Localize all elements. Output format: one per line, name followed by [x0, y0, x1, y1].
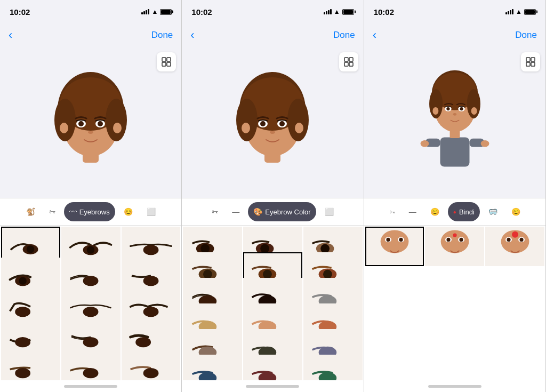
view-toggle-3[interactable]: [521, 52, 540, 71]
view-toggle-2[interactable]: [339, 52, 358, 71]
svg-point-108: [453, 234, 456, 237]
svg-point-13: [78, 121, 84, 126]
svg-point-91: [432, 107, 438, 114]
grid-area-1: [0, 226, 181, 380]
svg-point-48: [260, 121, 266, 126]
svg-point-8: [54, 99, 76, 141]
svg-point-25: [143, 276, 159, 286]
svg-point-32: [15, 368, 31, 378]
status-time-3: 10:02: [374, 7, 394, 17]
svg-point-34: [143, 368, 159, 378]
battery-icon-3: [524, 9, 536, 15]
svg-point-26: [15, 307, 31, 317]
svg-point-24: [83, 276, 99, 286]
svg-point-20: [87, 246, 94, 254]
svg-point-94: [446, 107, 449, 110]
back-button-1[interactable]: ‹: [9, 28, 12, 42]
home-bar-3: [428, 385, 481, 388]
view-toggle-icon-2: [343, 57, 354, 67]
grid-cell-1-13[interactable]: [61, 349, 121, 380]
tab-face-icon-3: 😊: [430, 207, 439, 216]
tab-face-3[interactable]: 😊: [425, 202, 445, 221]
grid-cell-3-2[interactable]: [485, 227, 544, 266]
tab-bindi-label-3: Bindi: [459, 208, 475, 216]
tab-bindi-icon-3: ●: [453, 209, 456, 215]
svg-point-18: [27, 246, 34, 253]
svg-point-10: [60, 123, 68, 133]
tab-key-icon-2: 🗝: [212, 208, 218, 215]
tab-face-icon-1: 🐒: [26, 207, 35, 216]
panel-bindi: 10:02 ▲ ‹ Done: [364, 0, 546, 392]
tab-face-1[interactable]: 🐒: [21, 202, 41, 221]
avatar-3: [396, 64, 513, 181]
tab-key-1[interactable]: 🗝: [44, 202, 61, 221]
grid-cell-3-1[interactable]: [425, 227, 484, 266]
status-time-1: 10:02: [10, 7, 30, 17]
svg-point-105: [446, 238, 450, 242]
grid-area-3: [364, 226, 545, 380]
grid-cell-3-0[interactable]: [365, 227, 424, 266]
tab-glasses-3[interactable]: 🥽: [483, 202, 503, 221]
nav-bar-1: ‹ Done: [0, 23, 181, 47]
grid-cell-1-14[interactable]: [122, 349, 181, 380]
back-button-2[interactable]: ‹: [190, 28, 194, 42]
back-button-3[interactable]: ‹: [373, 28, 376, 42]
signal-icon-2: [324, 9, 332, 14]
tab-oval-2[interactable]: ⬜: [319, 202, 339, 221]
tab-eyebrow-icon-1: 〰: [69, 207, 77, 216]
tab-glasses-icon-3: 🥽: [488, 207, 497, 216]
grid-cell-2-17[interactable]: [303, 355, 363, 380]
svg-point-31: [135, 337, 151, 347]
svg-rect-80: [440, 137, 469, 166]
svg-rect-76: [526, 58, 530, 61]
tab-face2-1[interactable]: 😊: [118, 202, 138, 221]
status-bar-3: 10:02 ▲: [364, 0, 545, 23]
svg-rect-77: [531, 58, 535, 61]
svg-point-27: [83, 307, 99, 317]
svg-rect-36: [349, 58, 353, 61]
tab-bindi-3[interactable]: ● Bindi: [448, 202, 480, 221]
grid-cell-2-16[interactable]: [243, 355, 302, 380]
svg-point-21: [143, 245, 159, 255]
done-button-3[interactable]: Done: [515, 30, 537, 41]
grid-area-2: [182, 226, 363, 380]
svg-point-23: [19, 277, 27, 285]
view-toggle-1[interactable]: [157, 52, 176, 71]
grid-cell-1-12[interactable]: [1, 349, 60, 380]
grid-cell-2-15[interactable]: [183, 355, 242, 380]
done-button-1[interactable]: Done: [151, 30, 173, 41]
signal-icon-1: [141, 9, 149, 14]
svg-point-111: [507, 238, 510, 242]
tab-dash-2[interactable]: —: [227, 202, 245, 221]
nav-bar-2: ‹ Done: [182, 23, 363, 47]
svg-point-16: [88, 131, 93, 134]
tab-face2-3[interactable]: 😊: [506, 202, 526, 221]
status-icons-2: ▲: [324, 8, 354, 15]
tab-oval-1[interactable]: ⬜: [141, 202, 161, 221]
panel-eyebrows: 10:02 ▲ ‹ Done: [0, 0, 182, 392]
avatar-1: [32, 64, 149, 181]
svg-rect-35: [344, 58, 348, 61]
tab-eyebrows-1[interactable]: 〰 Eyebrows: [64, 202, 115, 221]
svg-point-102: [399, 238, 403, 242]
status-icons-3: ▲: [505, 8, 536, 15]
tab-eyebrow-color-2[interactable]: 🎨 Eyebrow Color: [248, 202, 316, 221]
tab-key-2[interactable]: 🗝: [206, 202, 223, 221]
svg-point-74: [259, 372, 277, 380]
tab-oval-icon-1: ⬜: [147, 207, 156, 216]
svg-point-114: [512, 231, 518, 238]
svg-point-96: [460, 107, 463, 110]
svg-rect-79: [531, 62, 535, 66]
svg-point-50: [279, 121, 285, 126]
home-indicator-2: [182, 380, 363, 392]
svg-point-92: [471, 107, 477, 114]
svg-point-15: [98, 121, 103, 126]
tab-bar-2: 🗝 — 🎨 Eyebrow Color ⬜: [182, 198, 363, 226]
tab-bar-1: 🐒 🗝 〰 Eyebrows 😊 ⬜: [0, 198, 181, 226]
tab-dash-3[interactable]: —: [404, 202, 422, 221]
done-button-2[interactable]: Done: [333, 30, 355, 41]
view-toggle-icon-3: [525, 57, 536, 67]
svg-point-45: [242, 123, 250, 133]
tab-key-3[interactable]: 🗝: [384, 202, 400, 221]
svg-point-107: [459, 238, 463, 242]
